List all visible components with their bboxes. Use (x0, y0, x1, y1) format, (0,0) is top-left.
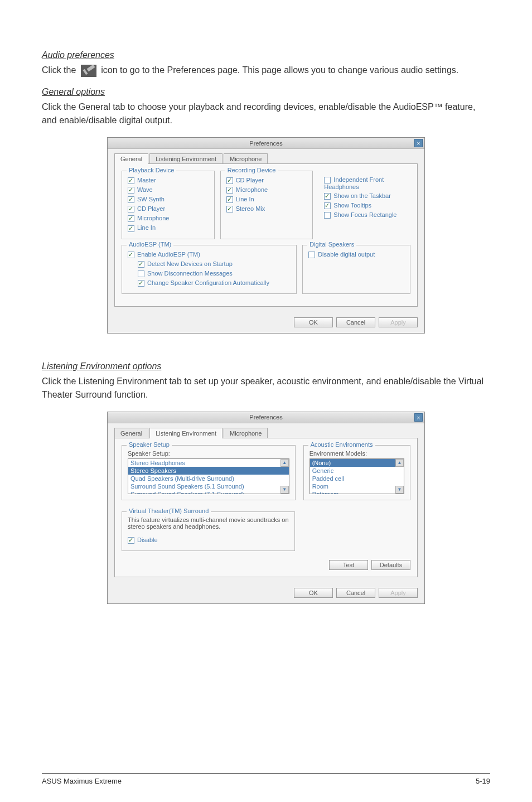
tab-microphone[interactable]: Microphone (224, 153, 268, 164)
checkbox-icon[interactable] (128, 225, 134, 232)
chk-detect-new[interactable]: Detect New Devices on Startup (138, 259, 291, 269)
playback-group: Playback Device Master Wave SW Synth CD … (122, 171, 215, 239)
digital-group: Digital Speakers Disable digital output (302, 245, 410, 294)
chk-change-config[interactable]: Change Speaker Configuration Automatical… (138, 278, 291, 288)
recording-microphone[interactable]: Microphone (226, 185, 307, 195)
playback-legend: Playback Device (127, 167, 176, 173)
list-item[interactable]: Stereo Headphones (128, 459, 289, 467)
dialog-titlebar: Preferences × (108, 138, 424, 149)
list-item[interactable]: Generic (310, 467, 404, 475)
vts-legend: Virtual Theater(TM) Surround (127, 508, 211, 514)
list-item[interactable]: Quad Speakers (Multi-drive Surround) (128, 475, 289, 482)
checkbox-icon[interactable] (128, 206, 134, 212)
listening-dialog: Preferences × General Listening Environm… (107, 412, 425, 604)
checkbox-icon[interactable] (226, 196, 233, 203)
listening-tab-content: Speaker Setup Speaker Setup: Stereo Head… (114, 438, 418, 577)
tabs-2: General Listening Environment Microphone (114, 428, 418, 438)
list-item[interactable]: Stereo Speakers (128, 467, 289, 475)
speaker-setup-label: Speaker Setup: (128, 450, 289, 457)
checkbox-icon[interactable] (308, 252, 315, 258)
playback-swsynth[interactable]: SW Synth (128, 195, 209, 204)
vts-group: Virtual Theater(TM) Surround This featur… (122, 511, 295, 551)
checkbox-icon[interactable] (226, 187, 233, 194)
recording-stereomix[interactable]: Stereo Mix (226, 204, 307, 214)
tab-listening-2[interactable]: Listening Environment (149, 428, 223, 438)
vts-description: This feature virtualizes multi-channel m… (128, 516, 289, 530)
hammer-icon (81, 65, 96, 77)
chk-vts-disable[interactable]: Disable (128, 535, 289, 545)
scrollbar[interactable]: ▲ ▼ (280, 459, 289, 494)
list-item[interactable]: (None) (310, 459, 404, 467)
test-button[interactable]: Test (329, 560, 368, 570)
close-icon[interactable]: × (414, 413, 423, 422)
audioesp-group: AudioESP (TM) Enable AudioESP (TM) Detec… (122, 245, 297, 294)
tab-microphone-2[interactable]: Microphone (224, 428, 268, 438)
checkbox-icon[interactable] (226, 177, 233, 184)
checkbox-icon[interactable] (324, 202, 331, 209)
chevron-down-icon[interactable]: ▼ (280, 486, 289, 494)
tab-general-2[interactable]: General (114, 428, 148, 438)
dialog-buttons: OK Cancel Apply (108, 313, 424, 333)
chk-show-taskbar[interactable]: Show on the Taskbar (324, 191, 405, 201)
checkbox-icon[interactable] (128, 196, 134, 203)
ok-button[interactable]: OK (294, 317, 333, 327)
list-item[interactable]: Room (310, 482, 404, 490)
chevron-up-icon[interactable]: ▲ (280, 459, 289, 467)
chk-disable-digital[interactable]: Disable digital output (308, 250, 404, 259)
acoustic-group: Acoustic Environments Environment Models… (303, 445, 410, 500)
chk-indep-front[interactable]: Independent Front Headphones (324, 175, 405, 191)
env-listbox[interactable]: (None) Generic Padded cell Room Bathroom… (309, 458, 404, 494)
checkbox-icon[interactable] (138, 270, 144, 277)
tab-general[interactable]: General (114, 153, 148, 164)
list-item[interactable]: Surround Sound Speakers (7.1 Surround) (128, 490, 289, 494)
speaker-setup-legend: Speaker Setup (127, 441, 172, 448)
recording-linein[interactable]: Line In (226, 195, 307, 204)
cancel-button[interactable]: Cancel (336, 317, 375, 327)
checkbox-icon[interactable] (138, 280, 144, 287)
checkbox-icon[interactable] (128, 177, 134, 184)
general-text: Click the General tab to choose your pla… (42, 100, 490, 127)
checkbox-icon[interactable] (128, 187, 134, 194)
general-tab-content: Playback Device Master Wave SW Synth CD … (114, 163, 418, 307)
speaker-setup-group: Speaker Setup Speaker Setup: Stereo Head… (122, 445, 296, 500)
list-item[interactable]: Padded cell (310, 475, 404, 482)
checkbox-icon[interactable] (226, 206, 233, 212)
apply-button: Apply (379, 317, 418, 327)
list-item[interactable]: Surround Sound Speakers (5.1 Surround) (128, 482, 289, 490)
checkbox-icon[interactable] (128, 215, 134, 222)
defaults-button[interactable]: Defaults (371, 560, 410, 570)
list-item[interactable]: Bathroom (310, 490, 404, 494)
acoustic-legend: Acoustic Environments (308, 441, 375, 448)
playback-linein[interactable]: Line In (128, 223, 209, 233)
checkbox-icon[interactable] (128, 537, 134, 544)
checkbox-icon[interactable] (128, 252, 134, 258)
checkbox-icon[interactable] (324, 212, 331, 219)
checkbox-icon[interactable] (324, 177, 331, 183)
audio-pref-text: Click the icon to go to the Preferences … (42, 64, 490, 77)
chk-enable-audioesp[interactable]: Enable AudioESP (TM) (128, 250, 291, 259)
speaker-listbox[interactable]: Stereo Headphones Stereo Speakers Quad S… (128, 458, 289, 494)
page-footer: ASUS Maximus Extreme 5-19 (42, 773, 490, 785)
apply-button: Apply (379, 588, 418, 598)
playback-microphone[interactable]: Microphone (128, 214, 209, 223)
tabs: General Listening Environment Microphone (114, 153, 418, 164)
playback-cdplayer[interactable]: CD Player (128, 204, 209, 214)
checkbox-icon[interactable] (324, 193, 331, 200)
env-label: Environment Models: (309, 450, 404, 457)
audioesp-legend: AudioESP (TM) (127, 241, 173, 248)
dialog-title-2: Preferences (249, 414, 282, 421)
chevron-up-icon[interactable]: ▲ (395, 459, 404, 467)
ok-button[interactable]: OK (294, 588, 333, 598)
checkbox-icon[interactable] (138, 261, 144, 268)
playback-wave[interactable]: Wave (128, 185, 209, 195)
chevron-down-icon[interactable]: ▼ (395, 486, 404, 494)
close-icon[interactable]: × (414, 139, 423, 147)
chk-show-tooltips[interactable]: Show Tooltips (324, 201, 405, 210)
playback-master[interactable]: Master (128, 176, 209, 185)
cancel-button[interactable]: Cancel (336, 588, 375, 598)
recording-cdplayer[interactable]: CD Player (226, 176, 307, 185)
chk-show-disc[interactable]: Show Disconnection Messages (138, 269, 291, 278)
tab-listening[interactable]: Listening Environment (149, 153, 223, 164)
scrollbar[interactable]: ▲ ▼ (395, 459, 404, 494)
chk-show-focus[interactable]: Show Focus Rectangle (324, 210, 405, 220)
